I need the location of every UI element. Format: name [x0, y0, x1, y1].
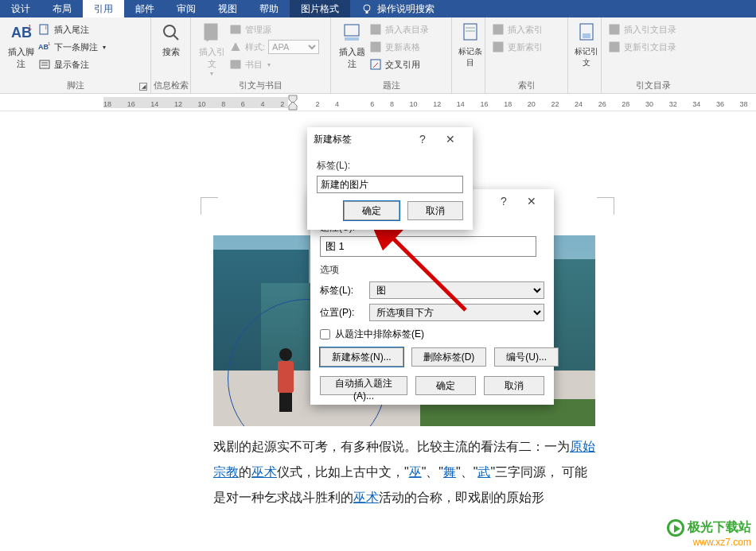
help-button[interactable]: ?: [492, 195, 516, 208]
index-icon: [492, 23, 505, 36]
auto-caption-button[interactable]: 自动插入题注(A)...: [320, 376, 407, 395]
ok-button[interactable]: 确定: [344, 201, 399, 220]
style-icon: [229, 41, 242, 53]
body-text[interactable]: 戏剧的起源实不可考，有多种假说。比较主流的看法有二：一为原始宗教的巫术仪式，比如…: [213, 434, 600, 510]
cross-ref-button[interactable]: 交叉引用: [369, 56, 429, 73]
insert-index-button[interactable]: 插入索引: [492, 21, 561, 38]
manage-sources-icon: [229, 23, 242, 36]
tab-review[interactable]: 审阅: [166, 0, 207, 17]
svg-rect-8: [40, 60, 49, 68]
dialog-title: 新建标签: [314, 133, 352, 146]
new-label-dialog: 新建标签 ? ✕ 标签(L): 确定 取消: [307, 127, 473, 230]
svg-rect-27: [493, 42, 503, 52]
search-button[interactable]: 搜索: [158, 21, 185, 58]
close-button[interactable]: ✕: [435, 133, 466, 146]
search-icon: [159, 21, 183, 45]
delete-label-button[interactable]: 删除标签(D): [411, 347, 487, 367]
svg-rect-15: [231, 60, 240, 68]
insert-citation-button[interactable]: 插入引文▾: [197, 21, 226, 77]
new-label-button[interactable]: 新建标签(N)...: [320, 347, 403, 367]
link[interactable]: 舞: [443, 465, 456, 479]
svg-rect-31: [610, 42, 619, 52]
svg-rect-14: [231, 25, 240, 33]
dialog-titlebar[interactable]: 新建标签 ? ✕: [307, 127, 473, 151]
link[interactable]: 巫术: [353, 491, 379, 504]
tab-picture-format[interactable]: 图片格式: [290, 0, 350, 17]
update-icon: !: [369, 41, 382, 53]
mark-citation-icon: [575, 21, 598, 45]
indent-marker-icon[interactable]: [287, 94, 300, 111]
tell-me[interactable]: 操作说明搜索: [350, 0, 756, 17]
update-index-button[interactable]: 更新索引: [492, 38, 561, 56]
caption-input[interactable]: [320, 236, 536, 257]
ruler[interactable]: 1816141210864224681012141618202224262830…: [0, 94, 756, 111]
svg-line-12: [173, 35, 178, 40]
cancel-button[interactable]: 取消: [407, 201, 463, 220]
footnotes-launcher[interactable]: ◢: [139, 83, 147, 91]
toa-icon: [608, 23, 621, 36]
options-label: 选项: [320, 263, 544, 277]
mark-entry-button[interactable]: 标记条目: [458, 21, 482, 68]
insert-footnote-button[interactable]: AB1 插入脚注: [6, 21, 35, 73]
ribbon: AB1 插入脚注 i插入尾注 AB1下一条脚注▾ 显示备注 脚注 ◢ 搜索 信息…: [0, 17, 756, 94]
link[interactable]: 巫: [409, 465, 422, 479]
svg-rect-22: [371, 60, 380, 69]
link[interactable]: 武: [477, 465, 490, 479]
svg-rect-26: [493, 25, 503, 34]
show-notes-button[interactable]: 显示备注: [38, 56, 106, 73]
insert-citation-icon: [200, 21, 224, 45]
cancel-button[interactable]: 取消: [484, 376, 544, 395]
group-title-index: 索引: [485, 80, 567, 91]
insert-tof-button[interactable]: 插入表目录: [369, 21, 429, 38]
exclude-checkbox[interactable]: 从题注中排除标签(E): [320, 328, 544, 341]
bibliography-button[interactable]: 书目▾: [229, 56, 319, 73]
tab-design[interactable]: 设计: [0, 0, 41, 17]
search-label: 搜索: [162, 46, 180, 58]
tab-layout[interactable]: 布局: [41, 0, 83, 17]
update-table-button[interactable]: !更新表格: [369, 38, 429, 56]
insert-endnote-button[interactable]: i插入尾注: [38, 21, 106, 38]
label-select[interactable]: 图: [369, 281, 544, 299]
insert-footnote-label: 插入脚注: [6, 46, 35, 70]
tab-help[interactable]: 帮助: [248, 0, 290, 17]
svg-rect-1: [366, 11, 368, 14]
group-toa: 插入引文目录 更新引文目录 引文目录: [602, 17, 705, 93]
show-notes-icon: [38, 58, 51, 71]
group-research: 搜索 信息检索: [151, 17, 191, 93]
tab-references[interactable]: 引用: [83, 0, 124, 17]
position-select[interactable]: 所选项目下方: [369, 304, 544, 321]
tab-mailings[interactable]: 邮件: [124, 0, 166, 17]
style-selector[interactable]: 样式: APA: [229, 38, 319, 56]
insert-toa-button[interactable]: 插入引文目录: [608, 21, 699, 38]
tof-icon: [369, 23, 382, 36]
group-index: 插入索引 更新索引 索引: [485, 17, 568, 93]
style-dropdown[interactable]: APA: [268, 40, 319, 54]
ok-button[interactable]: 确定: [415, 376, 476, 395]
mark-citation-button[interactable]: 标记引文: [575, 21, 598, 68]
update-toa-button[interactable]: 更新引文目录: [608, 38, 699, 56]
numbering-button[interactable]: 编号(U)...: [494, 347, 559, 367]
svg-rect-19: [371, 25, 380, 34]
group-title-citations: 引文与书目: [191, 80, 330, 91]
svg-rect-17: [345, 25, 359, 36]
tab-view[interactable]: 视图: [207, 0, 248, 17]
svg-rect-18: [345, 37, 359, 41]
next-footnote-button[interactable]: AB1下一条脚注▾: [38, 38, 106, 56]
help-button[interactable]: ?: [411, 133, 435, 146]
manage-sources-button[interactable]: 管理源: [229, 21, 319, 38]
svg-text:1: 1: [28, 23, 32, 31]
crop-mark-icon: [597, 197, 614, 215]
insert-caption-button[interactable]: 插入题注: [337, 21, 366, 73]
crop-mark-icon: [201, 197, 218, 215]
svg-marker-33: [289, 102, 297, 110]
chevron-down-icon: ▾: [210, 70, 213, 77]
close-button[interactable]: ✕: [516, 195, 548, 208]
svg-rect-29: [583, 33, 590, 38]
svg-rect-23: [464, 24, 477, 40]
new-label-input[interactable]: [317, 176, 463, 193]
next-footnote-icon: AB1: [38, 41, 51, 53]
link[interactable]: 巫术: [251, 465, 277, 479]
footnote-icon: AB1: [9, 21, 33, 45]
group-title-captions: 题注: [331, 80, 451, 91]
group-title-footnotes: 脚注: [0, 80, 150, 91]
